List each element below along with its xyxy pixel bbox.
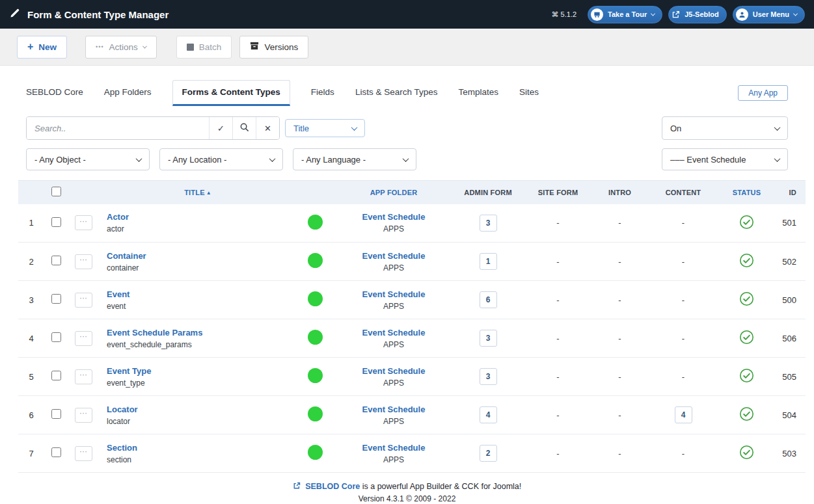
content-type-link[interactable]: Event Schedule Params (107, 328, 202, 338)
app-color-dot (308, 406, 323, 421)
content-type-link[interactable]: Event Type (107, 366, 151, 376)
table-row: 7 ··· Section section Event Schedule APP… (18, 434, 806, 473)
select-all-checkbox[interactable] (51, 187, 61, 196)
tab-forms-content-types[interactable]: Forms & Content Types (172, 80, 290, 106)
app-folder-link[interactable]: Event Schedule (362, 289, 426, 299)
app-folder-link[interactable]: Event Schedule (362, 443, 426, 453)
new-button[interactable]: + New (17, 36, 67, 59)
search-options-button[interactable]: ✓ (209, 117, 232, 139)
row-checkbox[interactable] (51, 371, 61, 380)
tour-icon (591, 8, 603, 21)
row-checkbox[interactable] (51, 447, 61, 457)
search-field-select[interactable]: Title (285, 119, 365, 137)
user-menu-button[interactable]: User Menu (733, 6, 805, 23)
admin-form-count[interactable]: 2 (480, 445, 497, 462)
admin-form-count[interactable]: 3 (480, 330, 497, 347)
search-submit-button[interactable] (232, 117, 256, 139)
object-filter-select[interactable]: - Any Object - (26, 148, 150, 170)
app-filter-select[interactable]: ––– Event Schedule (662, 148, 788, 170)
col-status[interactable]: STATUS (716, 181, 778, 204)
content-type-link[interactable]: Section (107, 443, 137, 453)
site-form-count: - (556, 410, 559, 420)
actions-button[interactable]: ••• Actions (85, 36, 157, 59)
row-actions-button[interactable]: ··· (75, 331, 92, 346)
app-folder-link[interactable]: Event Schedule (362, 328, 426, 338)
content-type-alias: section (107, 455, 289, 464)
search-clear-button[interactable]: ✕ (256, 117, 279, 139)
app-folder-link[interactable]: Event Schedule (362, 366, 426, 376)
row-actions-button[interactable]: ··· (75, 446, 92, 461)
admin-form-count[interactable]: 4 (480, 406, 497, 423)
content-type-link[interactable]: Event (107, 289, 129, 299)
status-published-icon[interactable] (739, 291, 754, 306)
app-folder-type: APPS (341, 224, 446, 233)
admin-form-count[interactable]: 6 (480, 291, 497, 308)
app-folder-link[interactable]: Event Schedule (362, 212, 426, 222)
sort-asc-icon: ▲ (206, 190, 211, 196)
row-id: 501 (778, 204, 806, 243)
status-published-icon[interactable] (739, 330, 754, 345)
col-app-folder[interactable]: APP FOLDER (338, 181, 449, 204)
status-published-icon[interactable] (739, 253, 754, 268)
tab-fields[interactable]: Fields (311, 81, 334, 105)
row-actions-button[interactable]: ··· (75, 369, 92, 384)
site-form-count: - (556, 218, 559, 228)
row-actions-button[interactable]: ··· (75, 408, 92, 423)
table-row: 1 ··· Actor actor Event Schedule APPS 3 … (18, 204, 806, 243)
tab-seblod-core[interactable]: SEBLOD Core (26, 81, 83, 105)
row-actions-button[interactable]: ··· (75, 293, 92, 308)
versions-button[interactable]: Versions (239, 36, 308, 59)
tab-templates[interactable]: Templates (458, 81, 498, 105)
status-published-icon[interactable] (739, 368, 754, 383)
content-type-alias: locator (107, 417, 289, 426)
content-count[interactable]: 4 (675, 406, 692, 423)
site-form-count: - (556, 257, 559, 267)
user-icon (736, 8, 748, 21)
take-a-tour-button[interactable]: Take a Tour (588, 6, 662, 23)
content-type-link[interactable]: Locator (107, 405, 138, 414)
search-input[interactable] (27, 117, 209, 139)
content-count: - (682, 257, 685, 267)
tab-lists-search-types[interactable]: Lists & Search Types (355, 81, 438, 105)
admin-form-count[interactable]: 3 (480, 215, 497, 232)
row-checkbox[interactable] (51, 256, 61, 265)
admin-form-count[interactable]: 1 (480, 253, 497, 270)
language-filter-select[interactable]: - Any Language - (293, 148, 416, 170)
filter-bar-2: - Any Object - - Any Location - - Any La… (26, 148, 788, 170)
admin-form-count[interactable]: 3 (480, 368, 497, 385)
seblod-core-link[interactable]: SEBLOD Core (305, 482, 360, 491)
app-folder-link[interactable]: Event Schedule (362, 405, 426, 414)
row-checkbox[interactable] (51, 409, 61, 419)
app-folder-type: APPS (341, 455, 446, 464)
status-published-icon[interactable] (739, 215, 754, 230)
content-type-link[interactable]: Actor (107, 212, 129, 222)
row-actions-button[interactable]: ··· (75, 254, 92, 269)
content-type-alias: event (107, 302, 289, 311)
status-published-icon[interactable] (739, 406, 754, 421)
col-site-form: SITE FORM (527, 181, 589, 204)
chevron-down-icon (142, 44, 147, 48)
col-title[interactable]: TITLE▲ (99, 181, 292, 204)
j5-seblod-button[interactable]: J5-Seblod (668, 6, 727, 23)
intro-count: - (618, 218, 621, 228)
row-checkbox[interactable] (51, 332, 61, 342)
content-type-link[interactable]: Container (107, 251, 146, 261)
tab-sites[interactable]: Sites (519, 81, 539, 105)
app-folder-type: APPS (341, 263, 446, 272)
row-checkbox[interactable] (51, 294, 61, 304)
col-actions (68, 181, 99, 204)
top-bar: Form & Content Type Manager ⌘ 5.1.2 Take… (0, 0, 814, 29)
tab-app-folders[interactable]: App Folders (104, 81, 152, 105)
content-type-alias: container (107, 263, 289, 272)
state-filter-select[interactable]: On (662, 116, 788, 140)
row-actions-button[interactable]: ··· (75, 215, 92, 230)
table-row: 6 ··· Locator locator Event Schedule APP… (18, 396, 806, 434)
location-filter-select[interactable]: - Any Location - (159, 148, 283, 170)
any-app-button[interactable]: Any App (738, 85, 788, 101)
row-checkbox[interactable] (51, 217, 61, 227)
batch-button[interactable]: Batch (176, 36, 232, 59)
app-folder-link[interactable]: Event Schedule (362, 251, 426, 261)
status-published-icon[interactable] (739, 445, 754, 460)
intro-count: - (618, 295, 621, 305)
row-id: 505 (778, 358, 806, 396)
